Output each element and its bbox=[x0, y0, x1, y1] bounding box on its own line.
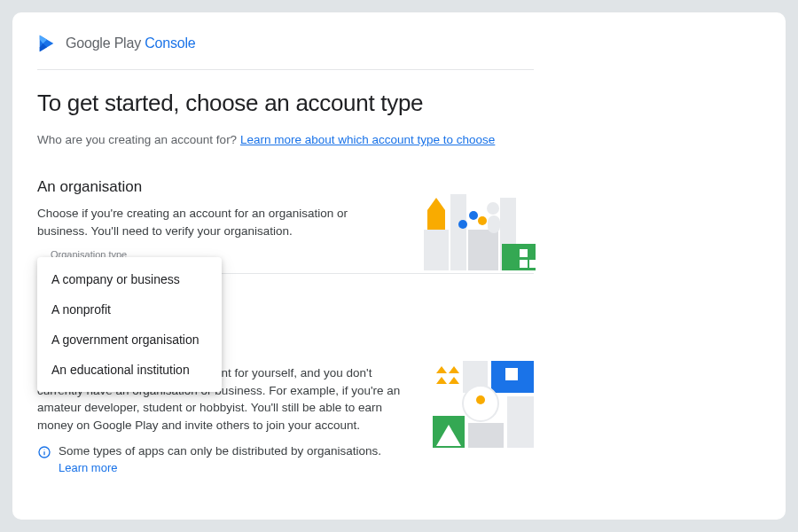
dropdown-menu: A company or business A nonprofit A gove… bbox=[37, 257, 222, 392]
svg-point-4 bbox=[458, 220, 467, 229]
svg-marker-21 bbox=[449, 366, 459, 373]
yourself-illustration bbox=[433, 361, 537, 450]
dropdown-item-company[interactable]: A company or business bbox=[37, 264, 222, 294]
dropdown-item-nonprofit[interactable]: A nonprofit bbox=[37, 294, 222, 325]
svg-rect-7 bbox=[468, 230, 498, 270]
svg-marker-20 bbox=[436, 366, 447, 373]
svg-rect-12 bbox=[520, 249, 528, 257]
logo-text-blue: Console bbox=[145, 35, 195, 51]
svg-rect-1 bbox=[427, 210, 445, 230]
svg-rect-19 bbox=[505, 368, 518, 380]
organisation-desc: Choose if you're creating an account for… bbox=[37, 205, 401, 239]
divider bbox=[37, 69, 534, 70]
svg-point-6 bbox=[478, 216, 487, 225]
organisation-title: An organisation bbox=[37, 178, 534, 196]
section-organisation: An organisation Choose if you're creatin… bbox=[37, 178, 534, 274]
svg-marker-22 bbox=[436, 377, 447, 384]
logo-row: Google Play Console bbox=[37, 34, 761, 53]
yourself-info-text: Some types of apps can only be distribut… bbox=[59, 444, 381, 458]
info-icon bbox=[37, 445, 51, 459]
svg-rect-29 bbox=[468, 423, 504, 448]
logo-text: Google Play Console bbox=[66, 35, 196, 51]
learn-more-link[interactable]: Learn more about which account type to c… bbox=[240, 133, 495, 146]
svg-point-5 bbox=[469, 211, 478, 220]
svg-rect-3 bbox=[450, 194, 466, 270]
page-title: To get started, choose an account type bbox=[37, 90, 761, 117]
google-play-console-icon bbox=[37, 34, 57, 53]
svg-rect-13 bbox=[520, 260, 528, 268]
subtitle-text: Who are you creating an account for? bbox=[37, 133, 240, 146]
svg-point-17 bbox=[43, 450, 44, 450]
svg-marker-0 bbox=[427, 198, 445, 210]
dropdown-item-educational[interactable]: An educational institution bbox=[37, 355, 222, 385]
svg-rect-14 bbox=[529, 260, 536, 268]
main-card: Google Play Console To get started, choo… bbox=[12, 12, 786, 520]
organisation-illustration bbox=[424, 194, 543, 278]
yourself-learn-more-link[interactable]: Learn more bbox=[59, 461, 534, 474]
svg-marker-23 bbox=[449, 377, 459, 384]
svg-point-26 bbox=[476, 395, 485, 404]
dropdown-item-government[interactable]: A government organisation bbox=[37, 325, 222, 355]
logo-text-gray: Google Play bbox=[66, 35, 145, 51]
subtitle: Who are you creating an account for? Lea… bbox=[37, 133, 761, 146]
svg-point-8 bbox=[487, 202, 499, 215]
svg-rect-2 bbox=[424, 230, 449, 270]
svg-rect-9 bbox=[488, 215, 500, 233]
svg-rect-30 bbox=[507, 396, 534, 448]
